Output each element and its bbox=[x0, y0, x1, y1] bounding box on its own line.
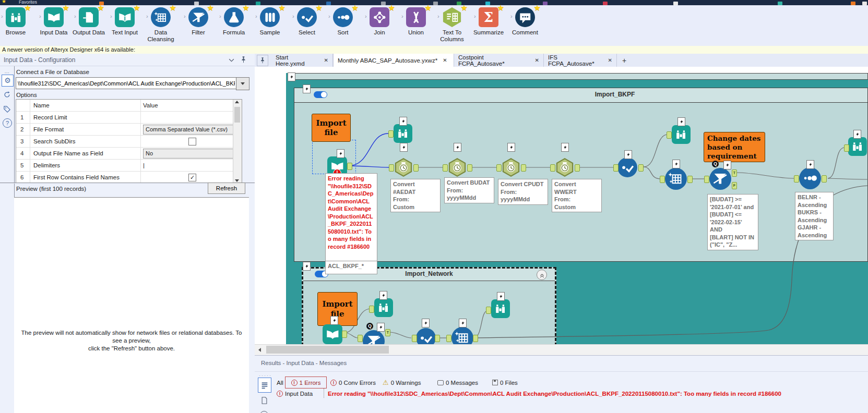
filter-tool[interactable] bbox=[709, 168, 731, 190]
ribbon-tool-icon[interactable] bbox=[543, 2, 548, 5]
tool-formula[interactable]: Formula bbox=[215, 7, 253, 36]
tool-input-data[interactable]: Input Data bbox=[35, 7, 73, 36]
tab-ifs-fcpa[interactable]: IFS FCPA_Autosave* bbox=[544, 54, 617, 67]
filter-files[interactable]: 0 Files bbox=[492, 378, 518, 387]
output-anchor[interactable] bbox=[342, 331, 347, 338]
comment-import-file[interactable]: Import file bbox=[312, 114, 351, 142]
tool-text-input[interactable]: Text Input bbox=[106, 7, 144, 36]
tool-union[interactable]: Union bbox=[397, 7, 435, 36]
output-anchor[interactable] bbox=[638, 164, 644, 172]
input-anchor[interactable] bbox=[388, 130, 394, 138]
output-anchor[interactable] bbox=[687, 176, 693, 183]
output-anchor[interactable] bbox=[413, 164, 419, 172]
clock-view-icon[interactable] bbox=[259, 409, 269, 413]
true-output-anchor[interactable]: T bbox=[732, 169, 737, 177]
input-anchor[interactable] bbox=[550, 164, 555, 172]
ribbon-tool-icon[interactable] bbox=[381, 2, 386, 5]
new-tab-button[interactable] bbox=[617, 54, 632, 67]
select-tool[interactable] bbox=[416, 328, 436, 344]
file-path-input[interactable] bbox=[16, 77, 237, 89]
filter-all[interactable]: All bbox=[277, 378, 283, 387]
ribbon-tool-icon[interactable] bbox=[194, 2, 199, 5]
input-anchor[interactable] bbox=[443, 164, 448, 172]
filter-conv-errors[interactable]: ! 0 Conv Errors bbox=[330, 378, 376, 387]
annotation-convert-budat[interactable]: Convert BUDAT From: yyyyMMdd bbox=[444, 177, 494, 203]
tool-output-data[interactable]: Output Data bbox=[70, 7, 108, 36]
annotation-acl-bkpf[interactable]: ACL_BKPF_* bbox=[325, 261, 377, 274]
tab-pin-icon[interactable] bbox=[257, 55, 268, 66]
file-format-dropdown[interactable]: Comma Separated Value (*.csv) bbox=[143, 125, 241, 135]
output-filename-dropdown[interactable]: No bbox=[143, 149, 241, 159]
browse-tool[interactable] bbox=[394, 124, 412, 143]
tab-close-button[interactable] bbox=[443, 57, 447, 63]
annotation-convert-wwert[interactable]: Convert WWERT From: Custom bbox=[552, 179, 602, 212]
tab-close-button[interactable] bbox=[608, 57, 612, 63]
browse-tool[interactable] bbox=[672, 125, 691, 144]
ribbon-tool-icon[interactable] bbox=[433, 2, 438, 5]
annotation-sort-fields[interactable]: BELNR - Ascending BUKRS - Ascending GJAH… bbox=[795, 192, 834, 240]
tab-start-here[interactable]: Start Here.yxmd bbox=[271, 54, 333, 67]
data-cleansing-tool[interactable] bbox=[665, 168, 687, 190]
input-anchor[interactable] bbox=[446, 335, 451, 342]
output-anchor[interactable] bbox=[575, 164, 580, 172]
tag-icon[interactable] bbox=[2, 104, 13, 115]
annotation-convert-cpudt[interactable]: Convert CPUDT From: yyyyMMdd bbox=[498, 179, 548, 205]
tool-select[interactable]: Select bbox=[288, 7, 326, 36]
output-anchor[interactable] bbox=[473, 335, 478, 342]
input-anchor[interactable] bbox=[369, 306, 374, 313]
filter-messages[interactable]: 0 Messages bbox=[437, 378, 478, 387]
workflow-canvas[interactable]: Import_BKPF Import file bbox=[255, 67, 868, 344]
file-view-icon[interactable] bbox=[259, 394, 269, 407]
tool-browse[interactable]: Browse bbox=[0, 7, 34, 36]
message-row[interactable]: ! Input Data bbox=[277, 389, 313, 398]
ribbon-tool-icon[interactable] bbox=[256, 2, 260, 5]
ribbon-tool-icon[interactable] bbox=[673, 2, 678, 5]
browse-tool[interactable] bbox=[374, 298, 393, 317]
canvas-horizontal-scrollbar[interactable] bbox=[255, 344, 868, 355]
true-output-anchor[interactable]: T bbox=[385, 329, 390, 336]
option-row-record-limit[interactable]: 1 Record Limit bbox=[16, 112, 242, 124]
help-icon[interactable]: ? bbox=[3, 118, 12, 128]
annotation-input-error[interactable]: Error reading "\\houfile312\SDC_Americas… bbox=[325, 173, 377, 264]
tool-sample[interactable]: Sample bbox=[251, 7, 289, 36]
filter-warnings[interactable]: ⚠ 0 Warnings bbox=[383, 378, 421, 387]
scroll-left-arrow[interactable] bbox=[256, 346, 263, 354]
annotation-filter-budat[interactable]: [BUDAT] >= '2021-07-01' and [BUDAT] <= '… bbox=[707, 194, 758, 250]
delimiters-value[interactable]: | bbox=[140, 160, 242, 171]
output-anchor[interactable] bbox=[467, 164, 472, 172]
option-row-file-format[interactable]: 2 File Format Comma Separated Value (*.c… bbox=[16, 124, 242, 136]
browse-tool[interactable] bbox=[491, 299, 510, 318]
tool-sort[interactable]: Sort bbox=[324, 7, 362, 36]
pin-icon[interactable] bbox=[240, 56, 247, 64]
ribbon-tool-icon[interactable] bbox=[862, 2, 867, 5]
option-row-search-subdirs[interactable]: 3 Search SubDirs bbox=[16, 136, 242, 148]
select-tool[interactable] bbox=[617, 157, 637, 177]
output-anchor[interactable] bbox=[347, 163, 352, 170]
tool-text-to-columns[interactable]: Text To Columns bbox=[433, 7, 471, 43]
output-anchor[interactable] bbox=[521, 164, 526, 172]
input-anchor[interactable] bbox=[794, 175, 799, 183]
chevron-down-icon[interactable] bbox=[228, 57, 235, 64]
option-row-first-row-names[interactable]: 6 First Row Contains Field Names ✓ bbox=[16, 172, 242, 183]
ribbon-tool-icon[interactable] bbox=[778, 2, 782, 5]
tool-filter[interactable]: Filter bbox=[180, 7, 217, 36]
messages-view-icon[interactable] bbox=[258, 378, 271, 393]
tool-summarize[interactable]: Σ Summarize bbox=[470, 7, 507, 36]
tab-monthly-abac-sap[interactable]: Monthly ABAC_SAP_Autosave.yxwz* bbox=[333, 54, 454, 67]
annotation-convert-aedat[interactable]: Convert #AEDAT From: Custom bbox=[390, 179, 441, 212]
ribbon-tool-icon[interactable] bbox=[603, 2, 608, 5]
input-anchor[interactable] bbox=[358, 335, 363, 342]
input-anchor[interactable] bbox=[389, 164, 394, 172]
file-path-dropdown-button[interactable] bbox=[236, 77, 249, 90]
options-scrollbar[interactable] bbox=[233, 100, 242, 183]
input-anchor[interactable] bbox=[412, 335, 417, 342]
browse-tool[interactable] bbox=[848, 137, 867, 156]
first-row-names-checkbox[interactable]: ✓ bbox=[188, 174, 196, 181]
scrollbar-thumb[interactable] bbox=[266, 346, 389, 354]
search-subdirs-checkbox[interactable] bbox=[188, 138, 196, 145]
ribbon-tool-icon[interactable] bbox=[485, 2, 490, 5]
tool-comment[interactable]: Comment bbox=[506, 7, 544, 36]
input-data-tool[interactable] bbox=[323, 324, 342, 344]
settings-gear-icon[interactable]: ⚙ bbox=[2, 75, 14, 87]
filter-errors[interactable]: ! 1 Errors bbox=[285, 376, 327, 388]
